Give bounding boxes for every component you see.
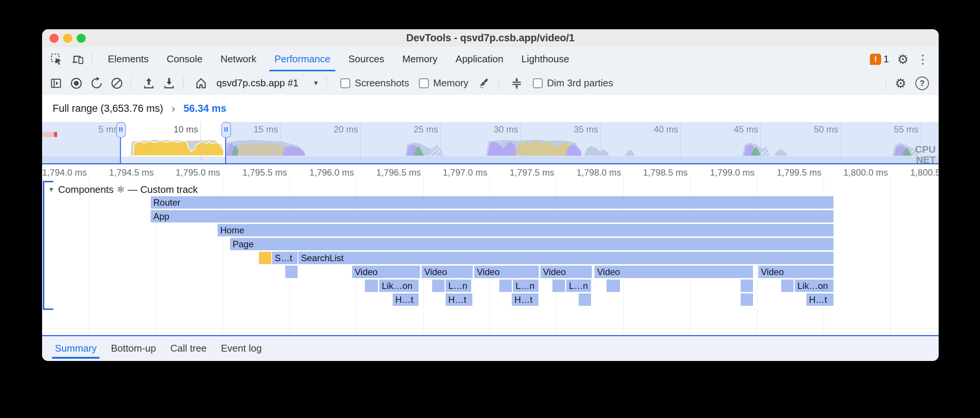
toggle-sidebar-icon[interactable] (49, 77, 62, 90)
selection-right-handle[interactable]: II (221, 122, 231, 138)
ruler-tick-label: 1,798.0 ms (546, 167, 621, 178)
cpu-lane-label: CPU (915, 144, 935, 155)
record-button[interactable] (70, 77, 83, 90)
flame-bar-st[interactable]: S…t (272, 252, 298, 264)
screen-background: DevTools - qsvd7p.csb.app/video/1 Elemen… (0, 0, 980, 418)
flame-bar-video[interactable]: Video (758, 266, 834, 278)
download-profile-icon[interactable] (163, 77, 175, 90)
toolbar-right-controls: ⚙ ? (886, 76, 939, 90)
garbage-collect-icon[interactable] (478, 77, 491, 90)
capture-settings-gear-icon[interactable]: ⚙ (895, 77, 906, 90)
ruler-tick-label: 1,797.0 ms (412, 167, 487, 178)
minimize-window-button[interactable] (63, 34, 72, 43)
chevron-right-icon: › (171, 102, 175, 115)
flame-bar[interactable] (432, 280, 444, 292)
ruler-tick-label: 1,800.0 ms (813, 167, 888, 178)
flame-bar-likon[interactable]: Lik…on (379, 280, 418, 292)
dim-3rd-parties-label: Dim 3rd parties (547, 77, 613, 89)
device-toolbar-icon[interactable] (72, 53, 84, 66)
issues-badge[interactable]: ! 1 (870, 53, 889, 65)
flame-bar-ht[interactable]: H…t (393, 293, 418, 306)
timeline-overview[interactable]: 5 ms10 ms15 ms20 ms25 ms30 ms35 ms40 ms4… (42, 122, 939, 163)
chevron-down-icon[interactable]: ▼ (313, 79, 319, 87)
flame-bar-router[interactable]: Router (151, 196, 834, 209)
ruler-tick-label: 1,796.5 ms (346, 167, 421, 178)
flame-bar[interactable] (552, 280, 565, 292)
tab-elements[interactable]: Elements (99, 47, 158, 71)
flame-bar-home[interactable]: Home (218, 224, 834, 236)
ruler-tick-label: 1,794.5 ms (78, 167, 154, 178)
flame-bar-video[interactable]: Video (352, 266, 420, 278)
reload-record-button[interactable] (90, 77, 103, 90)
panel-tab-bar: ElementsConsoleNetworkPerformanceSources… (42, 47, 939, 72)
flame-bar[interactable] (606, 280, 620, 292)
footer-tab-event-log[interactable]: Event log (220, 336, 263, 361)
flame-bar-ht[interactable]: H…t (807, 293, 834, 306)
flame-bar[interactable] (579, 293, 591, 306)
target-selector[interactable]: qsvd7p.csb.app #1 (216, 77, 298, 89)
window-title: DevTools - qsvd7p.csb.app/video/1 (406, 32, 574, 44)
flame-bar-video[interactable]: Video (595, 266, 753, 278)
close-window-button[interactable] (49, 34, 59, 43)
tab-performance[interactable]: Performance (265, 47, 339, 71)
screenshots-checkbox[interactable] (340, 78, 350, 88)
dim-3rd-parties-checkbox[interactable] (533, 78, 542, 88)
devtools-tabs: ElementsConsoleNetworkPerformanceSources… (99, 47, 578, 71)
clear-button[interactable] (110, 77, 123, 90)
flame-bar-ln[interactable]: L…n (566, 280, 591, 292)
footer-tab-bottom-up[interactable]: Bottom-up (109, 336, 158, 361)
zoom-window-button[interactable] (76, 34, 86, 43)
ruler-tick-label: 1,795.0 ms (145, 167, 220, 178)
flame-bar-ht[interactable]: H…t (512, 293, 538, 306)
flame-bar-ht[interactable]: H…t (445, 293, 473, 306)
flame-bar-video[interactable]: Video (540, 266, 592, 278)
flame-bar-ln[interactable]: L…n (513, 280, 538, 292)
overview-tick-label: 10 ms (119, 124, 198, 135)
flame-bar-video[interactable]: Video (422, 266, 473, 278)
flame-bar[interactable] (781, 280, 794, 292)
flame-bar-page[interactable]: Page (230, 238, 834, 250)
flame-bar-app[interactable]: App (151, 210, 834, 223)
collapse-tracks-icon[interactable] (510, 77, 523, 90)
flame-bar-searchlist[interactable]: SearchList (298, 252, 834, 264)
collapse-triangle-icon[interactable]: ▼ (48, 186, 54, 194)
inspect-element-icon[interactable] (50, 53, 63, 66)
tab-memory[interactable]: Memory (393, 47, 446, 71)
flame-bar[interactable] (285, 266, 298, 278)
flame-bar[interactable] (365, 280, 378, 292)
tab-lighthouse[interactable]: Lighthouse (512, 47, 578, 71)
ruler-tick-label: 1,798.5 ms (612, 167, 688, 178)
flame-bar-video[interactable]: Video (474, 266, 539, 278)
long-task-marker (42, 132, 57, 137)
flame-bar-likon[interactable]: Lik…on (795, 280, 834, 292)
flame-bar[interactable] (741, 280, 753, 292)
footer-tab-summary[interactable]: Summary (53, 336, 98, 361)
flame-bar[interactable] (741, 293, 753, 306)
flame-chart[interactable]: ▼ Components ⚛ — Custom track RouterAppH… (42, 180, 939, 329)
settings-gear-icon[interactable]: ⚙ (897, 53, 908, 66)
help-icon[interactable]: ? (915, 76, 929, 90)
selection-left-handle[interactable]: II (116, 122, 126, 138)
tab-application[interactable]: Application (446, 47, 512, 71)
home-icon[interactable] (195, 77, 207, 90)
devtools-window: DevTools - qsvd7p.csb.app/video/1 Elemen… (42, 29, 939, 361)
flame-bar-ln[interactable]: L…n (445, 280, 471, 292)
flame-bar[interactable] (500, 280, 512, 292)
footer-tab-call-tree[interactable]: Call tree (169, 336, 208, 361)
ruler-tick-label: 1,796.0 ms (279, 167, 354, 178)
tab-console[interactable]: Console (158, 47, 211, 71)
more-options-icon[interactable]: ⋮ (917, 53, 929, 65)
full-range-label[interactable]: Full range (3,653.76 ms) (52, 103, 163, 114)
screenshots-label: Screenshots (355, 77, 409, 89)
titlebar: DevTools - qsvd7p.csb.app/video/1 (42, 29, 939, 47)
divider (131, 76, 131, 90)
memory-checkbox[interactable] (419, 78, 429, 88)
flame-bar[interactable] (259, 252, 271, 264)
tab-sources[interactable]: Sources (339, 47, 393, 71)
upload-profile-icon[interactable] (142, 77, 155, 90)
ruler-tick-label: 1,799.5 ms (746, 167, 821, 178)
track-header[interactable]: ▼ Components ⚛ — Custom track (48, 184, 198, 195)
tab-network[interactable]: Network (212, 47, 265, 71)
memory-label: Memory (433, 77, 469, 89)
ruler-tick-label: 1,799.0 ms (679, 167, 754, 178)
